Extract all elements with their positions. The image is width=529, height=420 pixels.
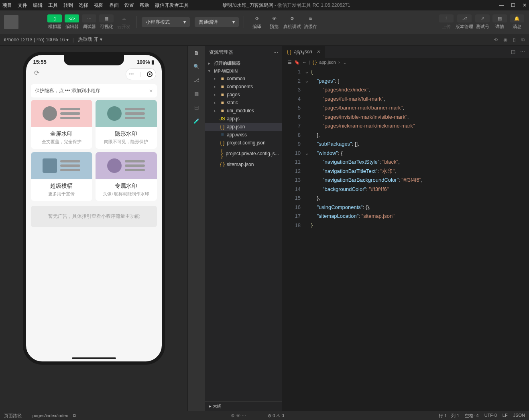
capsule-button[interactable]: •••| (126, 68, 156, 80)
upload-button[interactable]: ⤴上传 (438, 14, 454, 30)
status-bar: 页面路径| pages/index/index⧉ ⚙ 👁 ⋯ ⊘ 0 ⚠ 0 行… (0, 411, 529, 420)
toolbar: ▯模拟器 </>编辑器 ⋯调试器 ▦可视化 ☁云开发 小程序模式▾ 普通编译▾ … (0, 10, 529, 34)
file-sitemap[interactable]: { }sitemap.json (205, 160, 282, 168)
cloud-button[interactable]: ☁云开发 (116, 14, 132, 30)
version-button[interactable]: ⎇版本管理 (456, 14, 473, 30)
back-icon[interactable]: ← (302, 60, 307, 65)
device-icon[interactable]: ▯ (513, 37, 516, 43)
compilemode-dropdown[interactable]: 普通编译▾ (195, 17, 239, 27)
code-area[interactable]: 123456789101112131415161718 ⌄⌄ ⌄ { "page… (282, 67, 529, 411)
bookmark-icon[interactable]: 🔖 (294, 60, 300, 65)
menu-devtools[interactable]: 微信开发者工具 (155, 2, 189, 9)
phone-notch (64, 55, 124, 65)
menu-help[interactable]: 帮助 (140, 2, 149, 9)
menu-edit[interactable]: 编辑 (33, 2, 43, 9)
file-projectconfig[interactable]: { }project.config.json (205, 139, 282, 147)
tab-appjson[interactable]: { }app.json✕ (282, 46, 325, 58)
editor-panel: { }app.json✕ ◫⋯ ☰ 🔖 ← | { }app.json›… 12… (282, 46, 529, 411)
compile-button[interactable]: ⟳编译 (249, 14, 265, 30)
testnum-button[interactable]: ↗测试号 (474, 14, 490, 30)
privacy-tip[interactable]: 保护隐私，点 ••• 添加到小程序✕ (31, 84, 157, 97)
minimize-icon[interactable]: — (499, 2, 504, 8)
popout-icon[interactable]: ⧉ (521, 37, 525, 43)
explorer-panel: 资源管理器⋯ ▸打开的编辑器 ▾MP-WEIXIN ▸■common ▸■com… (205, 46, 282, 411)
device-bar: iPhone 12/13 (Pro) 100% 16 ▾ | 热重载 开 ▾ ⟲… (0, 34, 529, 46)
file-appwxss[interactable]: ≡app.wxss (205, 131, 282, 139)
visualize-button[interactable]: ▦可视化 (98, 14, 114, 30)
file-appjs[interactable]: JSapp.js (205, 115, 282, 123)
file-appjson[interactable]: { }app.json (205, 123, 282, 131)
simulator-panel: 15:55 100% ▮ ⟳ •••| 保护隐私，点 ••• 添加到小程序✕ 全… (0, 46, 187, 411)
problems[interactable]: ⊘ 0 ⚠ 0 (268, 413, 284, 418)
eol[interactable]: LF (503, 413, 508, 419)
card-banner[interactable]: 超级横幅更多用于宣传 (31, 152, 92, 201)
lang[interactable]: JSON (513, 413, 525, 419)
list-icon[interactable]: ☰ (288, 60, 292, 65)
folder-static[interactable]: ▸■static (205, 99, 282, 107)
detail-button[interactable]: ▤详情 (492, 14, 508, 30)
device-select[interactable]: iPhone 12/13 (Pro) 100% 16 ▾ (4, 37, 69, 43)
simulator-button[interactable]: ▯模拟器 (47, 14, 63, 30)
sim-actions[interactable]: ⚙ 👁 ⋯ (231, 413, 246, 418)
outline-section[interactable]: ▸ 大纲 (205, 401, 282, 411)
file-projectprivate[interactable]: { }project.private.config.js... (205, 147, 282, 160)
page-path-label: 页面路径 (4, 413, 22, 419)
explorer-more-icon[interactable]: ⋯ (273, 50, 278, 55)
debug-icon[interactable]: ▤ (193, 103, 201, 112)
project-root[interactable]: ▾MP-WEIXIN (205, 67, 282, 75)
reload-icon[interactable]: ⟳ (32, 69, 42, 79)
spaces[interactable]: 空格: 4 (465, 413, 478, 419)
card-fullscreen[interactable]: 全屏水印全文覆盖，完全保护 (31, 100, 92, 149)
menu-project[interactable]: 项目 (2, 2, 12, 9)
hotreload-toggle[interactable]: 热重载 开 ▾ (78, 36, 102, 43)
phone-navbar: ⟳ •••| (26, 67, 162, 82)
card-invisible[interactable]: 隐形水印肉眼不可见，隐形保护 (96, 100, 157, 149)
ad-placeholder: 暂无广告，具体指引查看小程序流量主功能 (31, 206, 157, 227)
app-title: 黎明加水印_刀客源码网 - 微信开发者工具 RC 1.06.2206271 (222, 2, 493, 9)
folder-components[interactable]: ▸■components (205, 83, 282, 91)
menu-view[interactable]: 视图 (94, 2, 104, 9)
open-editors[interactable]: ▸打开的编辑器 (205, 59, 282, 67)
close-tip-icon[interactable]: ✕ (149, 88, 153, 94)
copy-icon[interactable]: ⧉ (73, 413, 76, 418)
clearcache-button[interactable]: ≋清缓存 (302, 14, 318, 30)
more-icon[interactable]: ⋯ (520, 49, 525, 55)
rotate-icon[interactable]: ⟲ (494, 37, 498, 43)
lab-icon[interactable]: 🧪 (193, 117, 201, 125)
editor-button[interactable]: </>编辑器 (64, 14, 80, 30)
debugger-button[interactable]: ⋯调试器 (81, 14, 97, 30)
branch-icon[interactable]: ⎇ (193, 76, 201, 84)
realdebug-button[interactable]: ⚙真机调试 (283, 14, 301, 30)
menu-settings[interactable]: 设置 (124, 2, 134, 9)
mode-dropdown[interactable]: 小程序模式▾ (142, 17, 190, 27)
card-nickname[interactable]: 专属水印头像+昵称就能制作水印 (96, 152, 157, 201)
folder-common[interactable]: ▸■common (205, 75, 282, 83)
avatar[interactable] (4, 15, 18, 29)
menu-select[interactable]: 选择 (79, 2, 88, 9)
ext-icon[interactable]: ▦ (193, 90, 201, 98)
menu-goto[interactable]: 转到 (63, 2, 73, 9)
close-icon[interactable]: ✕ (523, 2, 527, 8)
editor-tabs: { }app.json✕ ◫⋯ (282, 46, 529, 58)
message-button[interactable]: 🔔消息 (509, 14, 525, 30)
maximize-icon[interactable]: ☐ (511, 2, 515, 8)
menu-interface[interactable]: 界面 (109, 2, 119, 9)
record-icon[interactable]: ◉ (503, 37, 507, 43)
encoding[interactable]: UTF-8 (484, 413, 497, 419)
preview-button[interactable]: 👁预览 (266, 14, 282, 30)
folder-pages[interactable]: ▸■pages (205, 91, 282, 99)
tab-close-icon[interactable]: ✕ (316, 49, 320, 55)
titlebar: 项目 文件 编辑 工具 转到 选择 视图 界面 设置 帮助 微信开发者工具 黎明… (0, 0, 529, 10)
split-icon[interactable]: ◫ (511, 49, 515, 55)
cursor-pos[interactable]: 行 1，列 1 (439, 413, 459, 419)
file-tree: ▸打开的编辑器 ▾MP-WEIXIN ▸■common ▸■components… (205, 59, 282, 401)
explorer-title: 资源管理器 (209, 49, 233, 56)
breadcrumb[interactable]: ☰ 🔖 ← | { }app.json›… (282, 58, 529, 67)
home-indicator (72, 357, 116, 359)
page-path[interactable]: pages/index/index (33, 413, 68, 418)
folder-unimodules[interactable]: ▸■uni_modules (205, 107, 282, 115)
explorer-icon[interactable]: 🗎 (193, 49, 201, 57)
menu-tools[interactable]: 工具 (48, 2, 58, 9)
menu-file[interactable]: 文件 (18, 2, 27, 9)
search-icon[interactable]: 🔍 (193, 63, 201, 71)
